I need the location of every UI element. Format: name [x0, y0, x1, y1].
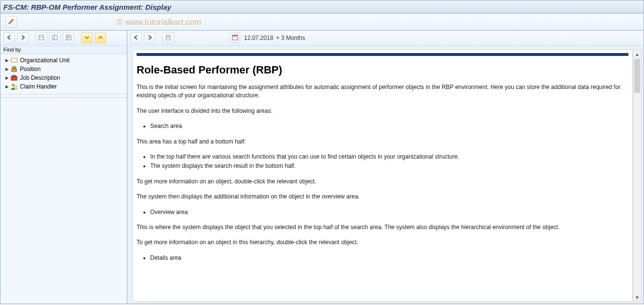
scroll-down-icon: ▼ — [633, 293, 641, 301]
document-top-bar — [137, 53, 628, 56]
svg-rect-5 — [66, 35, 71, 40]
expand-button[interactable] — [81, 32, 93, 44]
scroll-thumb[interactable] — [634, 59, 640, 93]
left-panel: Find by ▶ Organizational Unit ▶ Position… — [0, 31, 127, 304]
search-result-area — [0, 98, 127, 304]
overview-forward-button[interactable] — [144, 32, 156, 44]
svg-rect-1 — [39, 35, 44, 40]
tree-item-position[interactable]: ▶ Position — [1, 65, 126, 73]
svg-rect-14 — [15, 86, 17, 89]
left-toolbar — [0, 31, 127, 46]
tree-item-label: Organizational Unit — [20, 57, 70, 64]
pencil-icon — [8, 18, 15, 26]
job-icon — [10, 74, 18, 82]
splitter-handle[interactable]: · · · · — [0, 94, 127, 98]
arrow-left-icon — [133, 35, 139, 42]
window-title: FS-CM: RBP-OM Performer Assignment: Disp… — [3, 3, 171, 11]
position-icon — [10, 65, 18, 73]
calendar-icon — [232, 34, 238, 42]
toolbar-separator — [157, 33, 160, 43]
doc-bullet: Overview area — [150, 208, 626, 216]
main-split: Find by ▶ Organizational Unit ▶ Position… — [0, 31, 644, 304]
svg-point-13 — [12, 84, 14, 86]
doc-bullet: In the top half there are various search… — [150, 153, 626, 161]
window-titlebar: FS-CM: RBP-OM Performer Assignment: Disp… — [0, 0, 644, 14]
doc-paragraph: This area has a top half and a bottom ha… — [137, 138, 626, 146]
layout-icon — [38, 35, 44, 42]
tree-expand-icon: ▶ — [4, 84, 9, 89]
doc-bullet: Details area — [150, 254, 626, 262]
collapse-icon — [98, 35, 104, 42]
document-heading: Role-Based Performer (RBP) — [137, 64, 628, 76]
svg-rect-3 — [52, 35, 57, 40]
vertical-scrollbar[interactable]: ▲ ▼ — [633, 50, 642, 302]
grip-icon: · · · · — [57, 93, 70, 99]
nav-forward-button[interactable] — [17, 32, 29, 44]
edit-mode-button[interactable] — [5, 16, 17, 28]
nav-back-button[interactable] — [3, 32, 15, 44]
expand-icon — [84, 35, 90, 42]
doc-bullet: The system displays the search result in… — [150, 162, 626, 170]
arrow-right-icon — [20, 35, 26, 42]
arrow-right-icon — [147, 35, 153, 42]
tree-expand-icon: ▶ — [4, 58, 9, 63]
doc-paragraph: This is the initial screen for maintaini… — [137, 83, 626, 100]
find-by-label: Find by — [0, 46, 127, 54]
collapse-button[interactable] — [95, 32, 106, 44]
doc-paragraph: The user interface is divided into the f… — [137, 107, 626, 115]
doc-paragraph: The system then displays the additional … — [137, 193, 626, 201]
svg-rect-12 — [13, 75, 16, 77]
toolbar-separator — [31, 33, 34, 43]
right-toolbar: 12.07.2018 + 3 Months — [127, 31, 644, 46]
svg-rect-19 — [232, 35, 238, 36]
overview-back-button[interactable] — [130, 32, 142, 44]
document-body: This is the initial screen for maintaini… — [133, 83, 632, 277]
tree-expand-icon: ▶ — [4, 75, 9, 80]
svg-rect-10 — [13, 67, 16, 69]
application-toolbar — [0, 14, 644, 31]
content-area: Role-Based Performer (RBP) This is the i… — [127, 46, 644, 304]
tree-item-org-unit[interactable]: ▶ Organizational Unit — [1, 56, 126, 65]
document-icon — [165, 35, 171, 42]
period-date: 12.07.2018 — [244, 35, 273, 41]
layout-button-3[interactable] — [63, 32, 74, 44]
period-display: 12.07.2018 + 3 Months — [228, 33, 305, 43]
find-by-tree: ▶ Organizational Unit ▶ Position ▶ Job D… — [0, 54, 127, 94]
doc-paragraph: This is where the system displays the ob… — [137, 223, 626, 232]
tree-item-label: Claim Handler — [20, 83, 57, 90]
scroll-up-icon: ▲ — [633, 50, 641, 58]
svg-rect-9 — [12, 69, 17, 72]
doc-paragraph: To get more information on an object, do… — [137, 178, 626, 186]
doc-bullet: Search area — [150, 122, 626, 130]
tree-item-job[interactable]: ▶ Job Description — [1, 73, 126, 82]
org-unit-icon — [10, 56, 18, 64]
tree-item-label: Position — [20, 66, 41, 72]
layout-button-2[interactable] — [49, 32, 61, 44]
help-document-viewport: Role-Based Performer (RBP) This is the i… — [132, 50, 633, 302]
layout-icon — [66, 35, 71, 42]
layout-button-1[interactable] — [35, 32, 47, 44]
arrow-left-icon — [6, 35, 12, 42]
period-range: + 3 Months — [276, 35, 305, 41]
date-picker-button[interactable] — [229, 33, 240, 43]
svg-rect-8 — [11, 58, 17, 62]
layout-icon — [52, 35, 58, 42]
person-icon — [10, 83, 18, 90]
tree-item-label: Job Description — [20, 74, 60, 81]
tree-item-claim-handler[interactable]: ▶ Claim Handler — [1, 82, 126, 91]
overview-layout-button[interactable] — [162, 32, 174, 44]
right-panel: 12.07.2018 + 3 Months Role-Based Perform… — [127, 31, 644, 304]
tree-expand-icon: ▶ — [4, 67, 9, 72]
toolbar-separator — [76, 33, 79, 43]
doc-paragraph: To get more information on an object in … — [137, 238, 626, 247]
